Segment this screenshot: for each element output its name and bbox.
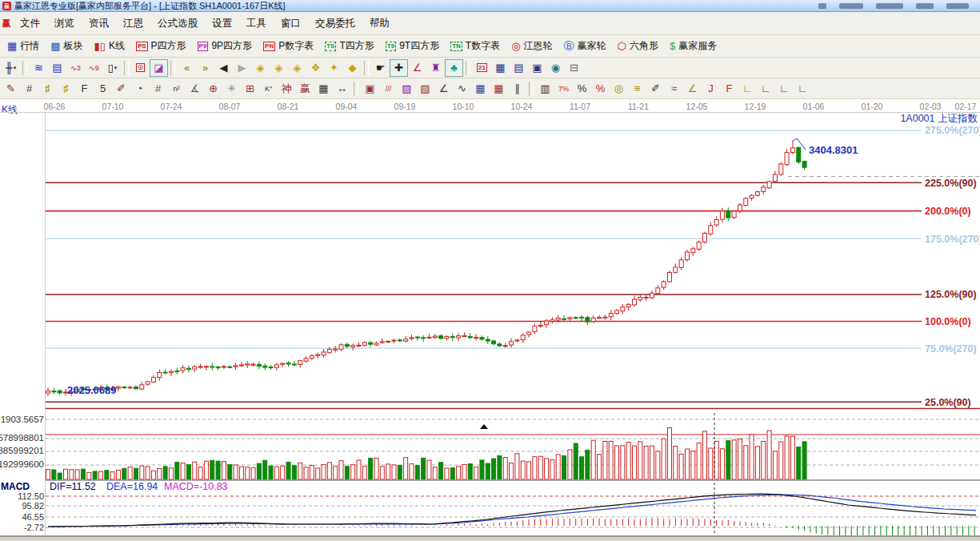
- square-tool-button[interactable]: ▣: [361, 80, 379, 98]
- dense-grid-button[interactable]: #: [149, 80, 167, 98]
- candle-body: [380, 342, 384, 343]
- winner-wheel-button[interactable]: Ⓑ赢家轮: [558, 37, 612, 55]
- ying-grid-button[interactable]: 赢: [296, 80, 314, 98]
- diamond-expand-button[interactable]: ◈: [288, 59, 306, 77]
- diamond-left-button[interactable]: ◈: [251, 59, 270, 77]
- gold-angle-button[interactable]: ∠: [683, 80, 702, 98]
- n-squared-button[interactable]: n²: [167, 80, 186, 98]
- calculator-button[interactable]: ▦: [491, 59, 510, 77]
- t-number-table-button[interactable]: TNT数字表: [445, 37, 506, 55]
- ao-corner-button[interactable]: ∟: [794, 80, 812, 98]
- jin-corner-button[interactable]: ∟: [757, 80, 775, 98]
- j-angle-button[interactable]: J: [702, 80, 720, 98]
- menu-item[interactable]: 交易委托: [308, 13, 362, 34]
- gann-face-button[interactable]: ☉: [131, 59, 150, 77]
- analysis-brain-button[interactable]: ♣: [445, 59, 463, 77]
- candle-style-button[interactable]: ▯▾: [103, 59, 122, 77]
- volume-bar: [122, 468, 126, 479]
- fan-lines-button[interactable]: ///: [379, 80, 398, 98]
- five-ruler-button[interactable]: 5: [94, 80, 112, 98]
- purple-hatch-button[interactable]: ▨: [398, 80, 416, 98]
- first-bar-button[interactable]: «: [178, 59, 196, 77]
- p-number-table-button[interactable]: PNP数字表: [258, 37, 319, 55]
- crosshair-tool-button[interactable]: ✚: [390, 59, 408, 77]
- k-mark-button[interactable]: K″: [259, 80, 278, 98]
- next-bar-button[interactable]: ▶: [233, 59, 251, 77]
- menu-item[interactable]: 文件: [13, 13, 47, 34]
- percent-seven-button[interactable]: 7%: [554, 80, 573, 98]
- kline-button[interactable]: ▮▯K线: [89, 37, 130, 55]
- diamond-right-button[interactable]: ◈: [270, 59, 288, 77]
- menu-item[interactable]: 资讯: [82, 13, 116, 34]
- p-square-button[interactable]: PSP四方形: [130, 37, 192, 55]
- 9t-square-button[interactable]: T99T四方形: [380, 37, 445, 55]
- parallel-lines-button[interactable]: ∥: [508, 80, 526, 98]
- wave-9-button[interactable]: ∿9: [85, 59, 103, 77]
- grid-blue-button[interactable]: ▦: [471, 80, 490, 98]
- last-bar-button[interactable]: »: [196, 59, 214, 77]
- timeshare-chart-button[interactable]: ≋: [30, 59, 48, 77]
- circle-cross-button[interactable]: ⊕: [204, 80, 222, 98]
- t-square-button[interactable]: TST四方形: [319, 37, 380, 55]
- numbered-grid-button[interactable]: ▦: [314, 80, 333, 98]
- star-grid-button[interactable]: ✳: [222, 80, 241, 98]
- brush-ruler-button[interactable]: ✐: [112, 80, 130, 98]
- sectors-icon: ▩: [50, 41, 60, 52]
- color-chart-button[interactable]: ◪: [150, 59, 168, 77]
- f-angle-button[interactable]: F: [720, 80, 738, 98]
- hand-tool-button[interactable]: ☛: [371, 59, 390, 77]
- diamond-target-button[interactable]: ◆: [343, 59, 362, 77]
- gold-grid-a-button[interactable]: ♯: [38, 80, 57, 98]
- zigzag-button[interactable]: ∿: [453, 80, 471, 98]
- gold-ring-button[interactable]: ◎: [610, 80, 628, 98]
- wave-band-button[interactable]: ≈: [665, 80, 683, 98]
- sectors-button[interactable]: ▩板块: [45, 37, 88, 55]
- red-hatch-button[interactable]: ▧: [416, 80, 434, 98]
- angle-measure-button[interactable]: ∠: [408, 59, 426, 77]
- angle-line-button[interactable]: ∠: [434, 80, 453, 98]
- compass-circle-button[interactable]: ◔: [130, 80, 149, 98]
- menu-item[interactable]: 帮助: [362, 13, 397, 34]
- gann-wheel-button[interactable]: ◎江恩轮: [506, 37, 558, 55]
- percent-button[interactable]: %: [573, 80, 591, 98]
- winner-service-button[interactable]: $赢家服务: [664, 37, 722, 55]
- chart-canvas[interactable]: 06-2607-1007-2408-0708-2109-0409-1910-10…: [0, 99, 980, 536]
- menu-item[interactable]: 公式选股: [150, 13, 205, 34]
- diamond-star-button[interactable]: ✦: [325, 59, 343, 77]
- notepad-button[interactable]: ▤: [510, 59, 528, 77]
- printer-button[interactable]: ⊟: [565, 59, 583, 77]
- hexagon-button[interactable]: ⬡六角形: [612, 37, 664, 55]
- brush-tool-button[interactable]: ✎: [2, 80, 20, 98]
- menu-item[interactable]: 工具: [239, 13, 274, 34]
- angle-a-button[interactable]: ∡: [186, 80, 204, 98]
- menu-item[interactable]: 江恩: [116, 13, 150, 34]
- diamond-plus-button[interactable]: ❖: [306, 59, 325, 77]
- menu-item[interactable]: 窗口: [274, 13, 308, 34]
- wave-3-button[interactable]: ∿3: [66, 59, 85, 77]
- gold-grid-b-button[interactable]: ♯: [57, 80, 75, 98]
- grid-tool-button[interactable]: #: [20, 80, 38, 98]
- box-grid-button[interactable]: ⊞: [241, 80, 259, 98]
- titlebar-faded-item: [839, 3, 863, 9]
- 9p-square-button[interactable]: P99P四方形: [192, 37, 258, 55]
- gold-corner-button[interactable]: ∟: [738, 80, 757, 98]
- ink-angle-button[interactable]: ✐: [646, 80, 665, 98]
- calendar-button[interactable]: 21: [473, 59, 491, 77]
- grid-red-button[interactable]: ▦: [490, 80, 508, 98]
- percent-table-button[interactable]: ▥: [536, 80, 554, 98]
- save-button[interactable]: ▣: [528, 59, 546, 77]
- shen-grid-button[interactable]: 神: [278, 80, 296, 98]
- quotes-button[interactable]: ▦行情: [2, 37, 45, 55]
- percent-line-button[interactable]: %: [591, 80, 610, 98]
- gold-lines-button[interactable]: ≡: [628, 80, 646, 98]
- network-button[interactable]: ◉: [546, 59, 565, 77]
- ying-corner-button[interactable]: ∟: [775, 80, 794, 98]
- info-document-button[interactable]: ▤: [48, 59, 66, 77]
- menu-item[interactable]: 设置: [205, 13, 239, 34]
- purple-tool-button[interactable]: ♜: [426, 59, 445, 77]
- h-span-button[interactable]: ↔: [333, 80, 351, 98]
- prev-bar-button[interactable]: ◀: [214, 59, 233, 77]
- f-ruler-button[interactable]: F: [75, 80, 94, 98]
- menu-item[interactable]: 浏览: [47, 13, 82, 34]
- period-selector-button[interactable]: ╫▾: [2, 59, 20, 77]
